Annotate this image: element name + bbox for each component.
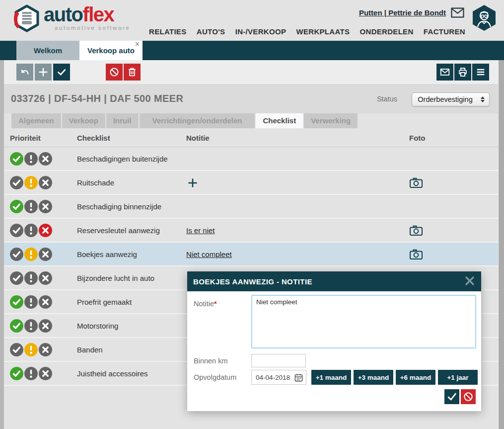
priority-warning-icon[interactable]: [24, 367, 38, 380]
date-quick-button--1-jaar[interactable]: +1 jaar: [438, 370, 478, 385]
nav-item-werkplaats[interactable]: WERKPLAATS: [296, 27, 350, 36]
table-row[interactable]: Beschadiging binnenzijde: [4, 195, 498, 219]
priority-ok-icon[interactable]: [10, 248, 23, 261]
priority-warning-icon[interactable]: [24, 343, 38, 356]
subtab-checklist[interactable]: Checklist: [256, 113, 303, 128]
priority-error-icon[interactable]: [39, 295, 52, 309]
add-button[interactable]: [35, 64, 52, 81]
checklist-item-label: Banden: [77, 345, 103, 354]
priority-error-icon[interactable]: [39, 271, 52, 285]
table-row[interactable]: Reservesleutel aanwezigIs er niet: [4, 219, 498, 243]
subtab-inruil[interactable]: Inruil: [106, 113, 139, 128]
priority-ok-icon[interactable]: [10, 367, 23, 380]
subtab-algemeen[interactable]: Algemeen: [11, 113, 61, 128]
binnen-km-input[interactable]: [251, 354, 306, 367]
checklist-item-label: Motorstoring: [77, 322, 118, 330]
priority-ok-icon[interactable]: [10, 343, 23, 356]
priority-warning-icon[interactable]: [24, 176, 38, 189]
priority-error-icon[interactable]: [39, 224, 52, 237]
checklist-item-label: Boekjes aanwezig: [77, 250, 137, 258]
modal-confirm-button[interactable]: [444, 389, 459, 404]
nav-item-autos[interactable]: AUTO'S: [197, 27, 225, 36]
print-button[interactable]: [454, 64, 471, 81]
cancel-button[interactable]: [106, 64, 123, 81]
priority-error-icon[interactable]: [39, 343, 52, 356]
confirm-button[interactable]: [53, 64, 70, 81]
calendar-icon[interactable]: [294, 373, 303, 382]
menu-button[interactable]: [472, 64, 489, 81]
checklist-item-label: Beschadiging binnenzijde: [77, 202, 161, 211]
table-row[interactable]: Ruitschade: [4, 171, 498, 195]
priority-ok-icon[interactable]: [10, 176, 23, 189]
camera-icon[interactable]: [409, 248, 423, 260]
tab-close-icon[interactable]: ✕: [135, 40, 140, 48]
toolbar: [4, 60, 498, 85]
status-select[interactable]: Orderbevestiging: [412, 92, 490, 106]
opvolgdatum-input[interactable]: 04-04-2018: [251, 370, 306, 385]
delete-button[interactable]: [124, 64, 141, 81]
priority-error-icon[interactable]: [39, 367, 52, 380]
priority-ok-icon[interactable]: [10, 295, 23, 309]
priority-error-icon[interactable]: [39, 200, 52, 213]
column-header-prioriteit: Prioriteit: [10, 134, 41, 142]
priority-ok-icon[interactable]: [10, 319, 23, 333]
date-quick-button--3-maand[interactable]: +3 maand: [354, 370, 393, 385]
opvolgdatum-label: Opvolgdatum: [194, 373, 236, 381]
priority-error-icon[interactable]: [39, 248, 52, 261]
priority-warning-icon[interactable]: [24, 319, 38, 333]
priority-warning-icon[interactable]: [24, 295, 38, 309]
table-header: Prioriteit Checklist Notitie Foto: [4, 128, 498, 147]
priority-warning-icon[interactable]: [24, 248, 38, 261]
priority-ok-icon[interactable]: [10, 224, 23, 237]
support-person-icon: [470, 4, 498, 32]
column-header-notitie: Notitie: [186, 134, 210, 142]
priority-ok-icon[interactable]: [10, 271, 23, 285]
tab-welkom[interactable]: Welkom: [16, 41, 79, 60]
tab-bar: WelkomVerkoop auto✕: [0, 41, 504, 60]
record-header: 033726 | DF-54-HH | DAF 500 MEER Status …: [4, 85, 498, 113]
notitie-textarea[interactable]: Niet compleet: [251, 295, 476, 348]
date-quick-button--6-maand[interactable]: +6 maand: [396, 370, 435, 385]
app-header: autoflex automotive software Putten | Pe…: [0, 0, 504, 41]
email-button[interactable]: [436, 64, 453, 81]
camera-icon[interactable]: [409, 224, 423, 237]
nav-item-facturen[interactable]: FACTUREN: [424, 27, 465, 36]
priority-warning-icon[interactable]: [24, 224, 38, 237]
user-avatar[interactable]: [470, 4, 498, 32]
tab-verkoop-auto[interactable]: Verkoop auto✕: [79, 41, 143, 60]
priority-warning-icon[interactable]: [24, 271, 38, 285]
priority-error-icon[interactable]: [39, 152, 52, 166]
vertical-scrollbar[interactable]: [498, 60, 504, 429]
nav-item-onderdelen[interactable]: ONDERDELEN: [360, 27, 414, 36]
priority-ok-icon[interactable]: [10, 200, 23, 213]
subtab-bar: AlgemeenVerkoopInruilVerrichtingen/onder…: [11, 113, 358, 128]
subtab-verrichtingen-onderdelen[interactable]: Verrichtingen/onderdelen: [140, 113, 255, 128]
nav-item-inverkoop[interactable]: IN-/VERKOOP: [235, 27, 286, 36]
modal-cancel-button[interactable]: [461, 389, 476, 404]
record-title: 033726 | DF-54-HH | DAF 500 MEER: [11, 93, 183, 104]
subtab-verwerking[interactable]: Verwerking: [304, 113, 358, 128]
nav-item-relaties[interactable]: RELATIES: [149, 27, 186, 36]
autoflex-logo[interactable]: autoflex automotive software: [13, 4, 130, 32]
date-quick-button--1-maand[interactable]: +1 maand: [311, 370, 351, 385]
user-link[interactable]: Putten | Pettrie de Bondt: [359, 8, 446, 17]
add-notitie-icon[interactable]: [187, 177, 198, 188]
notitie-link[interactable]: Niet compleet: [186, 250, 232, 258]
opvolgdatum-value: 04-04-2018: [252, 374, 294, 381]
priority-ok-icon[interactable]: [10, 152, 23, 166]
undo-button[interactable]: [16, 64, 33, 81]
close-icon[interactable]: [464, 275, 475, 286]
table-row[interactable]: Beschadigingen buitenzijde: [4, 147, 498, 171]
priority-warning-icon[interactable]: [24, 200, 38, 213]
left-scrollbar[interactable]: [0, 60, 4, 429]
messages-icon[interactable]: [451, 7, 464, 18]
camera-icon[interactable]: [409, 176, 423, 189]
column-header-checklist: Checklist: [77, 134, 110, 142]
priority-error-icon[interactable]: [39, 176, 52, 189]
priority-warning-icon[interactable]: [24, 152, 38, 166]
notitie-link[interactable]: Is er niet: [186, 226, 215, 235]
select-arrows-icon: [478, 96, 487, 102]
subtab-verkoop[interactable]: Verkoop: [62, 113, 105, 128]
priority-error-icon[interactable]: [39, 319, 52, 333]
table-row[interactable]: Boekjes aanwezigNiet compleet: [4, 243, 498, 266]
